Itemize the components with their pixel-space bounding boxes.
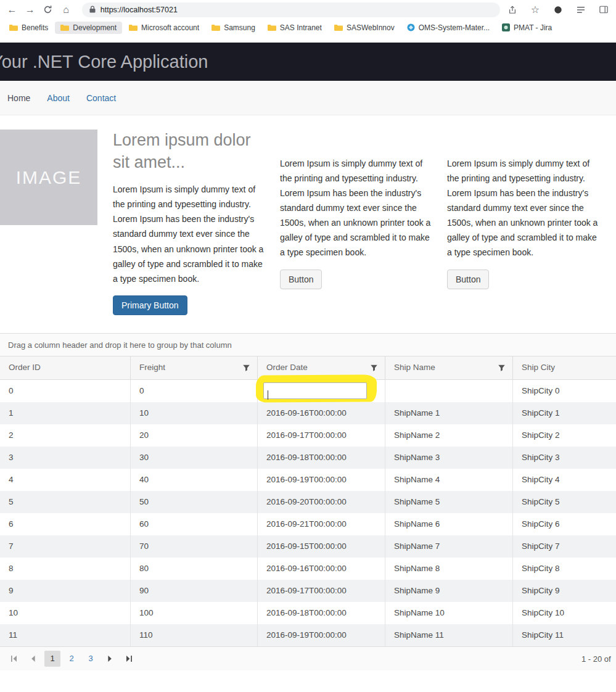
- bookmark-label: Development: [73, 23, 117, 32]
- cell: 2016-09-17T00:00:00: [257, 580, 385, 602]
- bookmark-benefits[interactable]: Benefits: [4, 22, 54, 34]
- pager-page-1[interactable]: 1: [44, 651, 60, 667]
- pager-next-icon[interactable]: [102, 651, 118, 667]
- filter-icon[interactable]: [370, 364, 378, 372]
- pager-last-icon[interactable]: [121, 651, 137, 667]
- hero-column-3: Lorem Ipsum is simply dummy text of the …: [447, 128, 602, 289]
- bookmark-label: SAS Intranet: [280, 23, 322, 32]
- table-row[interactable]: 6602016-09-21T00:00:00ShipName 6ShipCity…: [0, 513, 616, 535]
- table-row[interactable]: 1102016-09-16T00:00:00ShipName 1ShipCity…: [0, 402, 616, 424]
- bookmark-microsoft-account[interactable]: Microsoft account: [123, 22, 205, 34]
- filter-icon[interactable]: [242, 364, 250, 372]
- group-drop-area[interactable]: Drag a column header and drop it here to…: [0, 334, 616, 356]
- table-row[interactable]: 00ShipCity 0: [0, 380, 616, 402]
- cell: ShipCity 7: [512, 535, 616, 558]
- table-row[interactable]: 3302016-09-18T00:00:00ShipName 3ShipCity…: [0, 447, 616, 469]
- oms-icon: [407, 23, 415, 31]
- cell: ShipCity 3: [512, 447, 616, 469]
- column-header-ship-city[interactable]: Ship City: [512, 356, 616, 379]
- column-label: Ship City: [522, 363, 555, 372]
- cell: 9: [0, 580, 130, 602]
- cell: ShipName 2: [385, 424, 512, 447]
- cell: 5: [0, 491, 130, 513]
- pager-first-icon[interactable]: [6, 651, 22, 667]
- cell: ShipCity 9: [512, 580, 616, 602]
- primary-button[interactable]: Primary Button: [113, 295, 187, 315]
- nav-about[interactable]: About: [47, 93, 70, 103]
- table-row[interactable]: 9902016-09-17T00:00:00ShipName 9ShipCity…: [0, 580, 616, 602]
- table-row[interactable]: 101002016-09-18T00:00:00ShipName 10ShipC…: [0, 602, 616, 624]
- hero-column-1: Lorem ipsum dolor sit amet... Lorem Ipsu…: [113, 128, 268, 315]
- cell: 20: [130, 424, 257, 447]
- cell: ShipCity 11: [512, 624, 616, 646]
- cell: ShipCity 4: [512, 469, 616, 491]
- table-row[interactable]: 8802016-09-16T00:00:00ShipName 8ShipCity…: [0, 558, 616, 580]
- cell: 10: [130, 402, 257, 424]
- share-icon[interactable]: [506, 6, 519, 14]
- folder-icon: [9, 24, 18, 31]
- pager-prev-icon[interactable]: [25, 651, 41, 667]
- cell: 10: [0, 602, 130, 624]
- extension-icon[interactable]: [552, 6, 564, 14]
- cell: 6: [0, 513, 130, 535]
- hero-paragraph-2: Lorem Ipsum is simply dummy text of the …: [280, 156, 435, 260]
- cell: 2016-09-17T00:00:00: [257, 424, 385, 447]
- bookmark-pmat-jira[interactable]: PMAT - Jira: [496, 22, 557, 34]
- hero-heading: Lorem ipsum dolor sit amet...: [113, 130, 268, 173]
- bookmark-oms-system-mater[interactable]: OMS-System-Mater...: [401, 22, 495, 34]
- bookmark-development[interactable]: Development: [55, 22, 122, 34]
- data-grid: Drag a column header and drop it here to…: [0, 333, 616, 670]
- bookmark-star-icon[interactable]: ☆: [529, 5, 541, 15]
- nav-contact[interactable]: Contact: [86, 93, 116, 103]
- table-row[interactable]: 5502016-09-20T00:00:00ShipName 5ShipCity…: [0, 491, 616, 513]
- hero-column-2: Lorem Ipsum is simply dummy text of the …: [280, 128, 435, 289]
- bookmark-samsung[interactable]: Samsung: [206, 22, 261, 34]
- nav-home[interactable]: Home: [7, 93, 30, 103]
- column-header-freight[interactable]: Freight: [130, 356, 257, 379]
- hero-paragraph-1: Lorem Ipsum is simply dummy text of the …: [113, 182, 268, 286]
- cell: ShipCity 8: [512, 558, 616, 580]
- button-2[interactable]: Button: [280, 270, 322, 289]
- reading-list-icon[interactable]: [575, 6, 587, 14]
- table-row[interactable]: 7702016-09-15T00:00:00ShipName 7ShipCity…: [0, 535, 616, 558]
- filter-icon[interactable]: [498, 364, 506, 372]
- cell: ShipName 8: [385, 558, 512, 580]
- bookmarks-bar: BenefitsDevelopmentMicrosoft accountSams…: [0, 19, 616, 36]
- jira-icon: [502, 23, 510, 31]
- forward-icon[interactable]: →: [24, 5, 36, 15]
- cell: ShipName 11: [385, 624, 512, 646]
- column-header-ship-name[interactable]: Ship Name: [385, 356, 512, 379]
- cell: ShipName 7: [385, 535, 512, 558]
- pager-info: 1 - 20 of: [581, 647, 611, 671]
- table-row[interactable]: 4402016-09-19T00:00:00ShipName 4ShipCity…: [0, 469, 616, 491]
- table-row[interactable]: 111102016-09-19T00:00:00ShipName 11ShipC…: [0, 624, 616, 646]
- address-bar[interactable]: https://localhost:57021: [82, 2, 500, 17]
- home-icon[interactable]: ⌂: [60, 5, 72, 15]
- bookmark-sas-intranet[interactable]: SAS Intranet: [262, 22, 327, 34]
- cell: 2016-09-21T00:00:00: [257, 513, 385, 535]
- cell: 2016-09-19T00:00:00: [257, 469, 385, 491]
- bookmark-saswebinnov[interactable]: SASWebInnov: [329, 22, 400, 34]
- bookmark-label: OMS-System-Mater...: [419, 23, 490, 32]
- button-3[interactable]: Button: [447, 270, 489, 289]
- cell: 30: [130, 447, 257, 469]
- bookmark-label: Microsoft account: [141, 23, 199, 32]
- sidebar-icon[interactable]: [598, 6, 610, 14]
- pager-page-2[interactable]: 2: [64, 651, 80, 667]
- refresh-icon[interactable]: [42, 5, 54, 14]
- table-row[interactable]: 2202016-09-17T00:00:00ShipName 2ShipCity…: [0, 424, 616, 447]
- cell: ShipName 9: [385, 580, 512, 602]
- pager-page-3[interactable]: 3: [83, 651, 99, 667]
- cell: 80: [130, 558, 257, 580]
- cell: ShipCity 2: [512, 424, 616, 447]
- column-header-order-id[interactable]: Order ID: [0, 356, 130, 379]
- cell: 2: [0, 424, 130, 447]
- url-text: https://localhost:57021: [101, 6, 178, 14]
- cell: 60: [130, 513, 257, 535]
- order-date-edit-input[interactable]: [263, 382, 367, 399]
- folder-icon: [211, 24, 220, 31]
- lock-icon: [89, 4, 96, 15]
- cell: 110: [130, 624, 257, 646]
- main-nav: HomeAboutContact: [0, 81, 616, 115]
- back-icon[interactable]: ←: [6, 5, 18, 15]
